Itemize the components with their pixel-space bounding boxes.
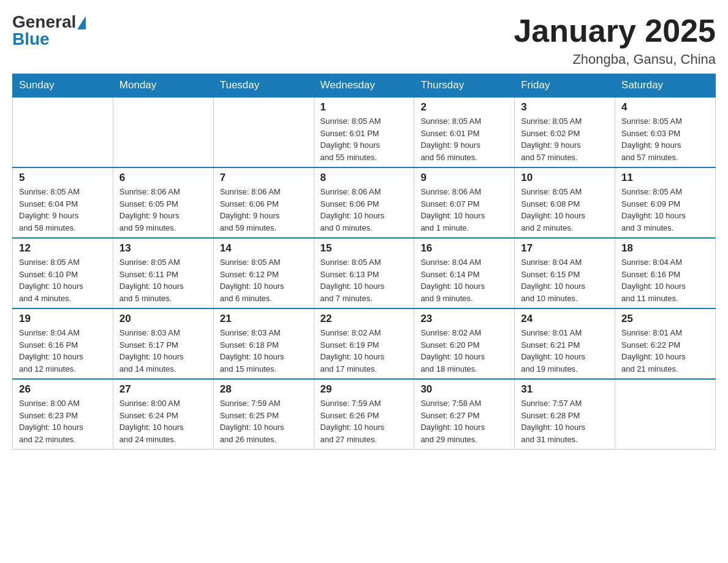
day-info: Sunrise: 7:58 AMSunset: 6:27 PMDaylight:…: [420, 397, 508, 445]
day-info: Sunrise: 8:06 AMSunset: 6:06 PMDaylight:…: [320, 186, 408, 234]
day-number: 16: [420, 242, 508, 255]
day-info: Sunrise: 8:05 AMSunset: 6:03 PMDaylight:…: [621, 115, 709, 163]
calendar-cell: [13, 97, 113, 167]
calendar-cell: 18Sunrise: 8:04 AMSunset: 6:16 PMDayligh…: [615, 238, 716, 308]
calendar-cell: 7Sunrise: 8:06 AMSunset: 6:06 PMDaylight…: [213, 167, 314, 238]
day-info: Sunrise: 8:05 AMSunset: 6:08 PMDaylight:…: [521, 186, 609, 234]
page-header: General Blue January 2025 Zhongba, Gansu…: [12, 12, 716, 67]
week-row-2: 5Sunrise: 8:05 AMSunset: 6:04 PMDaylight…: [13, 167, 716, 238]
day-info: Sunrise: 8:04 AMSunset: 6:16 PMDaylight:…: [19, 327, 107, 375]
day-number: 2: [420, 101, 508, 113]
calendar-cell: 22Sunrise: 8:02 AMSunset: 6:19 PMDayligh…: [314, 308, 414, 379]
calendar-subtitle: Zhongba, Gansu, China: [514, 52, 716, 67]
weekday-header-wednesday: Wednesday: [314, 74, 414, 98]
day-number: 29: [320, 383, 408, 396]
day-number: 7: [220, 172, 308, 184]
day-number: 9: [420, 172, 508, 184]
day-info: Sunrise: 8:02 AMSunset: 6:19 PMDaylight:…: [320, 327, 408, 375]
day-number: 1: [320, 101, 408, 113]
day-number: 3: [521, 101, 609, 113]
weekday-header-saturday: Saturday: [615, 74, 716, 98]
day-number: 6: [119, 172, 207, 184]
day-number: 21: [220, 313, 308, 325]
day-number: 11: [621, 172, 709, 184]
calendar-cell: 1Sunrise: 8:05 AMSunset: 6:01 PMDaylight…: [314, 97, 414, 167]
day-info: Sunrise: 8:05 AMSunset: 6:13 PMDaylight:…: [320, 256, 408, 304]
calendar-cell: 31Sunrise: 7:57 AMSunset: 6:28 PMDayligh…: [515, 379, 615, 450]
day-number: 23: [420, 313, 508, 325]
calendar-cell: 3Sunrise: 8:05 AMSunset: 6:02 PMDaylight…: [515, 97, 615, 167]
day-info: Sunrise: 8:02 AMSunset: 6:20 PMDaylight:…: [420, 327, 508, 375]
day-info: Sunrise: 8:05 AMSunset: 6:04 PMDaylight:…: [19, 186, 107, 234]
day-number: 30: [420, 383, 508, 396]
day-number: 28: [220, 383, 308, 396]
weekday-header-tuesday: Tuesday: [213, 74, 314, 98]
day-number: 20: [119, 313, 207, 325]
day-number: 10: [521, 172, 609, 184]
day-number: 27: [119, 383, 207, 396]
calendar-cell: 21Sunrise: 8:03 AMSunset: 6:18 PMDayligh…: [213, 308, 314, 379]
calendar-cell: 10Sunrise: 8:05 AMSunset: 6:08 PMDayligh…: [515, 167, 615, 238]
day-number: 5: [19, 172, 107, 184]
calendar-cell: 23Sunrise: 8:02 AMSunset: 6:20 PMDayligh…: [414, 308, 515, 379]
day-number: 19: [19, 313, 107, 325]
day-info: Sunrise: 8:03 AMSunset: 6:18 PMDaylight:…: [220, 327, 308, 375]
title-section: January 2025 Zhongba, Gansu, China: [514, 12, 716, 67]
day-number: 17: [521, 242, 609, 255]
day-number: 15: [320, 242, 408, 255]
day-info: Sunrise: 8:05 AMSunset: 6:02 PMDaylight:…: [521, 115, 609, 163]
calendar-title: January 2025: [514, 12, 716, 49]
day-number: 12: [19, 242, 107, 255]
day-info: Sunrise: 7:59 AMSunset: 6:25 PMDaylight:…: [220, 397, 308, 445]
calendar-cell: [615, 379, 716, 450]
day-number: 25: [621, 313, 709, 325]
day-info: Sunrise: 8:00 AMSunset: 6:23 PMDaylight:…: [19, 397, 107, 445]
day-info: Sunrise: 8:00 AMSunset: 6:24 PMDaylight:…: [119, 397, 207, 445]
day-info: Sunrise: 8:05 AMSunset: 6:01 PMDaylight:…: [320, 115, 408, 163]
calendar-cell: 17Sunrise: 8:04 AMSunset: 6:15 PMDayligh…: [515, 238, 615, 308]
calendar-cell: 2Sunrise: 8:05 AMSunset: 6:01 PMDaylight…: [414, 97, 515, 167]
day-number: 8: [320, 172, 408, 184]
day-info: Sunrise: 8:04 AMSunset: 6:14 PMDaylight:…: [420, 256, 508, 304]
calendar-cell: 8Sunrise: 8:06 AMSunset: 6:06 PMDaylight…: [314, 167, 414, 238]
day-info: Sunrise: 8:05 AMSunset: 6:11 PMDaylight:…: [119, 256, 207, 304]
calendar-cell: 13Sunrise: 8:05 AMSunset: 6:11 PMDayligh…: [113, 238, 213, 308]
day-info: Sunrise: 8:05 AMSunset: 6:12 PMDaylight:…: [220, 256, 308, 304]
weekday-header-sunday: Sunday: [13, 74, 113, 98]
day-info: Sunrise: 8:04 AMSunset: 6:15 PMDaylight:…: [521, 256, 609, 304]
calendar-cell: 11Sunrise: 8:05 AMSunset: 6:09 PMDayligh…: [615, 167, 716, 238]
calendar-cell: 16Sunrise: 8:04 AMSunset: 6:14 PMDayligh…: [414, 238, 515, 308]
day-number: 24: [521, 313, 609, 325]
day-info: Sunrise: 8:04 AMSunset: 6:16 PMDaylight:…: [621, 256, 709, 304]
day-number: 26: [19, 383, 107, 396]
calendar-cell: 20Sunrise: 8:03 AMSunset: 6:17 PMDayligh…: [113, 308, 213, 379]
calendar-cell: 4Sunrise: 8:05 AMSunset: 6:03 PMDaylight…: [615, 97, 716, 167]
calendar-cell: 6Sunrise: 8:06 AMSunset: 6:05 PMDaylight…: [113, 167, 213, 238]
weekday-header-thursday: Thursday: [414, 74, 515, 98]
day-number: 31: [521, 383, 609, 396]
calendar-cell: 29Sunrise: 7:59 AMSunset: 6:26 PMDayligh…: [314, 379, 414, 450]
day-info: Sunrise: 8:05 AMSunset: 6:10 PMDaylight:…: [19, 256, 107, 304]
calendar-cell: 5Sunrise: 8:05 AMSunset: 6:04 PMDaylight…: [13, 167, 113, 238]
week-row-5: 26Sunrise: 8:00 AMSunset: 6:23 PMDayligh…: [13, 379, 716, 450]
day-info: Sunrise: 8:06 AMSunset: 6:06 PMDaylight:…: [220, 186, 308, 234]
calendar-cell: 19Sunrise: 8:04 AMSunset: 6:16 PMDayligh…: [13, 308, 113, 379]
calendar-cell: 24Sunrise: 8:01 AMSunset: 6:21 PMDayligh…: [515, 308, 615, 379]
calendar-cell: 26Sunrise: 8:00 AMSunset: 6:23 PMDayligh…: [13, 379, 113, 450]
day-info: Sunrise: 8:03 AMSunset: 6:17 PMDaylight:…: [119, 327, 207, 375]
calendar-cell: 14Sunrise: 8:05 AMSunset: 6:12 PMDayligh…: [213, 238, 314, 308]
day-number: 18: [621, 242, 709, 255]
calendar-cell: 9Sunrise: 8:06 AMSunset: 6:07 PMDaylight…: [414, 167, 515, 238]
calendar-cell: [213, 97, 314, 167]
day-info: Sunrise: 7:59 AMSunset: 6:26 PMDaylight:…: [320, 397, 408, 445]
day-number: 22: [320, 313, 408, 325]
day-info: Sunrise: 8:01 AMSunset: 6:22 PMDaylight:…: [621, 327, 709, 375]
calendar-cell: 25Sunrise: 8:01 AMSunset: 6:22 PMDayligh…: [615, 308, 716, 379]
calendar-cell: 28Sunrise: 7:59 AMSunset: 6:25 PMDayligh…: [213, 379, 314, 450]
logo-triangle-icon: [77, 16, 86, 29]
calendar-cell: [113, 97, 213, 167]
day-info: Sunrise: 7:57 AMSunset: 6:28 PMDaylight:…: [521, 397, 609, 445]
calendar-cell: 15Sunrise: 8:05 AMSunset: 6:13 PMDayligh…: [314, 238, 414, 308]
day-info: Sunrise: 8:01 AMSunset: 6:21 PMDaylight:…: [521, 327, 609, 375]
weekday-header-monday: Monday: [113, 74, 213, 98]
